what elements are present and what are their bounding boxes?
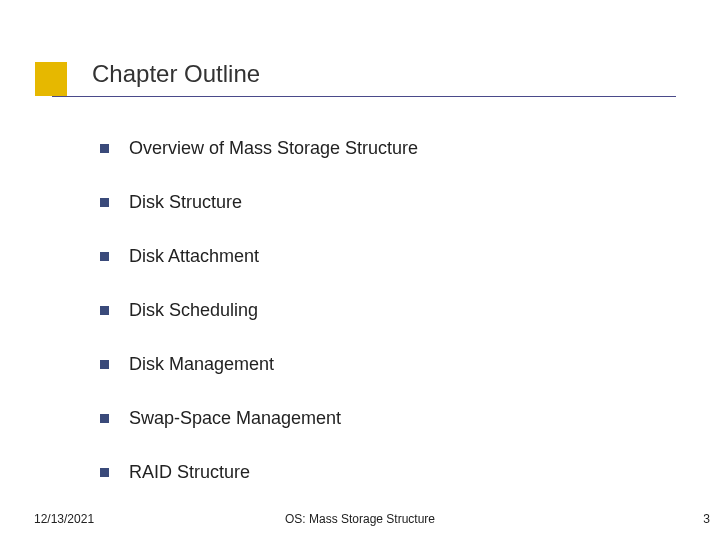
- list-item-label: Disk Management: [129, 354, 274, 375]
- title-accent-block: [35, 62, 67, 96]
- slide: Chapter Outline Overview of Mass Storage…: [0, 0, 720, 540]
- square-bullet-icon: [100, 306, 109, 315]
- list-item-label: RAID Structure: [129, 462, 250, 483]
- footer-center-text: OS: Mass Storage Structure: [0, 512, 720, 526]
- list-item-label: Disk Scheduling: [129, 300, 258, 321]
- list-item-label: Disk Attachment: [129, 246, 259, 267]
- square-bullet-icon: [100, 144, 109, 153]
- title-underline: [52, 96, 676, 97]
- slide-footer: 12/13/2021 OS: Mass Storage Structure 3: [0, 508, 720, 526]
- list-item: Disk Scheduling: [100, 300, 680, 321]
- slide-title: Chapter Outline: [92, 60, 260, 88]
- square-bullet-icon: [100, 198, 109, 207]
- list-item: Swap-Space Management: [100, 408, 680, 429]
- square-bullet-icon: [100, 252, 109, 261]
- list-item: Disk Management: [100, 354, 680, 375]
- list-item: Disk Structure: [100, 192, 680, 213]
- list-item-label: Disk Structure: [129, 192, 242, 213]
- footer-page-number: 3: [703, 512, 710, 526]
- list-item: Disk Attachment: [100, 246, 680, 267]
- square-bullet-icon: [100, 468, 109, 477]
- list-item-label: Swap-Space Management: [129, 408, 341, 429]
- square-bullet-icon: [100, 414, 109, 423]
- square-bullet-icon: [100, 360, 109, 369]
- list-item-label: Overview of Mass Storage Structure: [129, 138, 418, 159]
- bullet-list: Overview of Mass Storage Structure Disk …: [100, 138, 680, 516]
- list-item: Overview of Mass Storage Structure: [100, 138, 680, 159]
- list-item: RAID Structure: [100, 462, 680, 483]
